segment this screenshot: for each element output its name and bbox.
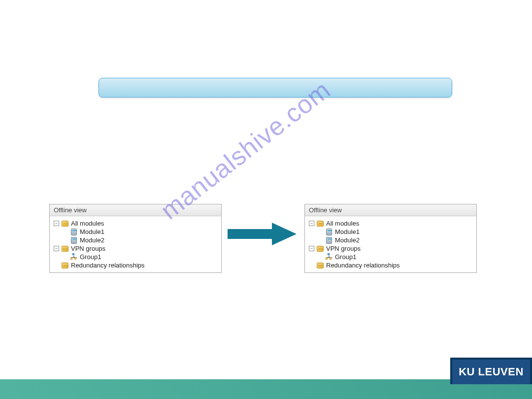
footer-logo-text: KU LEUVEN xyxy=(459,366,524,378)
expand-toggle[interactable]: − xyxy=(54,221,59,226)
tree-item-vpn-groups[interactable]: − VPN groups xyxy=(307,244,474,253)
tree-label: Module2 xyxy=(80,236,104,244)
watermark-text: manualshive.com xyxy=(155,50,367,225)
server-icon xyxy=(70,236,78,244)
tree-label: VPN groups xyxy=(71,244,105,253)
tree-item-module2[interactable]: · Module2 xyxy=(307,236,474,244)
tree-item-vpn-groups[interactable]: − VPN groups xyxy=(52,244,219,253)
box-icon xyxy=(316,245,324,253)
tree-label: Module1 xyxy=(80,228,104,236)
svg-marker-0 xyxy=(228,223,297,245)
tree-label: All modules xyxy=(71,219,104,228)
expand-toggle[interactable]: − xyxy=(54,246,59,251)
tree-item-all-modules[interactable]: − All modules xyxy=(307,219,474,228)
tree-item-group1[interactable]: · Group1 xyxy=(52,253,219,261)
server-icon xyxy=(325,236,333,244)
network-icon xyxy=(325,253,333,261)
tree-item-redundancy[interactable]: · Redundancy relationships xyxy=(52,261,219,269)
box-icon xyxy=(316,220,324,228)
box-icon xyxy=(61,262,69,269)
tree-item-group1[interactable]: · Group1 xyxy=(307,253,474,261)
title-bar xyxy=(99,78,452,98)
panel-header[interactable]: Offline view xyxy=(50,204,221,216)
offline-view-panel-left: Offline view − All modules · Module1 · M… xyxy=(49,204,222,273)
tree-label: Module2 xyxy=(335,236,360,244)
tree-label: Group1 xyxy=(335,253,356,261)
expand-toggle[interactable]: − xyxy=(309,221,314,226)
tree-label: VPN groups xyxy=(326,244,361,253)
tree-label: Group1 xyxy=(80,253,101,261)
offline-view-panel-right: Offline view − All modules · Module1 · M… xyxy=(304,204,477,273)
box-icon xyxy=(316,262,324,269)
tree-item-module2[interactable]: · Module2 xyxy=(52,236,219,244)
server-icon xyxy=(325,228,333,236)
tree-view: − All modules · Module1 · Module2 − VPN … xyxy=(305,216,476,272)
box-icon xyxy=(61,245,69,253)
box-icon xyxy=(61,220,69,228)
server-icon xyxy=(70,228,78,236)
tree-item-module1[interactable]: · Module1 xyxy=(307,228,474,236)
network-icon xyxy=(70,253,78,261)
panel-header[interactable]: Offline view xyxy=(305,204,476,216)
tree-label: Module1 xyxy=(335,228,360,236)
tree-label: Redundancy relationships xyxy=(326,261,400,269)
arrow-right-icon xyxy=(228,222,297,246)
tree-item-redundancy[interactable]: · Redundancy relationships xyxy=(307,261,474,269)
tree-item-module1[interactable]: · Module1 xyxy=(52,228,219,236)
tree-label: All modules xyxy=(326,219,359,228)
expand-toggle[interactable]: − xyxy=(309,246,314,251)
tree-item-all-modules[interactable]: − All modules xyxy=(52,219,219,228)
tree-label: Redundancy relationships xyxy=(71,261,145,269)
footer-logo: KU LEUVEN xyxy=(450,358,532,384)
tree-view: − All modules · Module1 · Module2 − VPN … xyxy=(50,216,221,272)
